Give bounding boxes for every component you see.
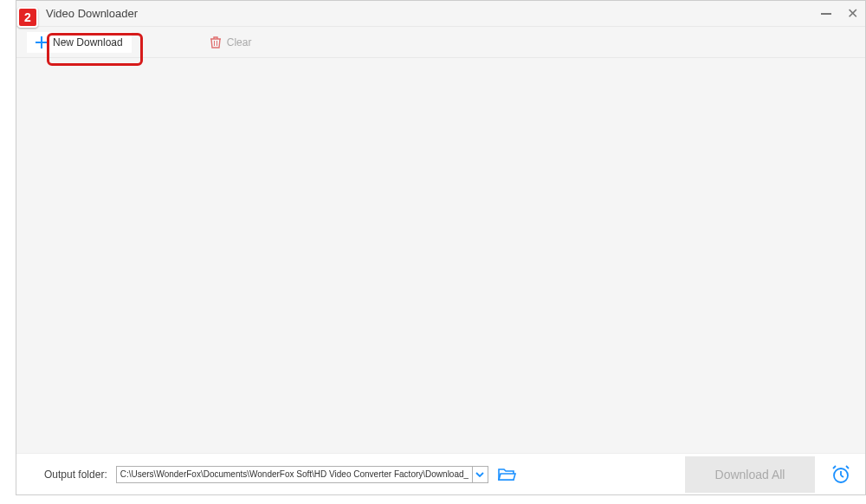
chevron-down-icon bbox=[475, 472, 484, 477]
schedule-button[interactable] bbox=[830, 464, 851, 485]
toolbar: New Download Clear bbox=[16, 27, 865, 58]
bottom-bar: Output folder: Download All bbox=[16, 453, 865, 494]
output-path-field[interactable] bbox=[116, 466, 488, 483]
plus-icon bbox=[36, 36, 48, 48]
minimize-button[interactable] bbox=[821, 13, 831, 15]
svg-line-8 bbox=[846, 466, 849, 468]
titlebar: Video Downloader ✕ bbox=[16, 1, 865, 27]
window: Video Downloader ✕ New Download Clear Ou… bbox=[16, 0, 866, 495]
close-button[interactable]: ✕ bbox=[847, 7, 858, 21]
new-download-label: New Download bbox=[53, 36, 123, 48]
folder-icon bbox=[497, 467, 516, 482]
open-folder-button[interactable] bbox=[497, 467, 516, 482]
window-title: Video Downloader bbox=[46, 7, 821, 20]
trash-icon bbox=[210, 36, 222, 48]
download-all-button[interactable]: Download All bbox=[685, 456, 815, 493]
callout-badge: 2 bbox=[17, 7, 38, 28]
clear-label: Clear bbox=[227, 36, 252, 48]
content-area bbox=[16, 58, 865, 453]
alarm-clock-icon bbox=[830, 464, 851, 485]
clear-button[interactable]: Clear bbox=[201, 32, 261, 53]
output-path-input[interactable] bbox=[117, 467, 472, 482]
svg-line-6 bbox=[841, 475, 843, 477]
output-folder-label: Output folder: bbox=[44, 468, 107, 481]
svg-line-7 bbox=[833, 466, 836, 468]
new-download-button[interactable]: New Download bbox=[27, 32, 132, 53]
output-path-dropdown[interactable] bbox=[472, 467, 488, 482]
